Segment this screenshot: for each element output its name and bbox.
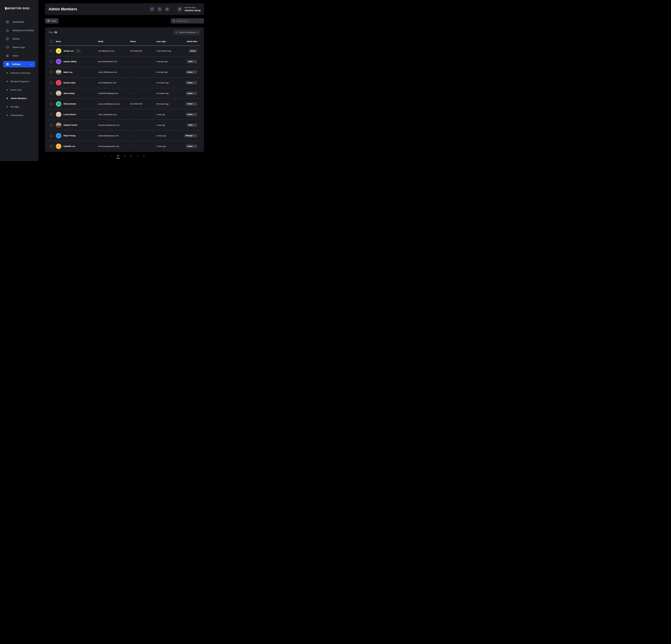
- row-checkbox[interactable]: [50, 134, 52, 137]
- bullet-icon: [7, 106, 8, 107]
- avatar: N: [56, 133, 61, 139]
- search-input[interactable]: [176, 20, 202, 22]
- sidebar-nav: Dashboard Suspicious Activities Events A…: [0, 18, 38, 119]
- row-checkbox[interactable]: [50, 71, 52, 73]
- table-row: J Jehak Lee Me user1@spresto.com 010-916…: [48, 46, 201, 56]
- member-name: Emma Clark: [63, 81, 76, 84]
- member-phone: 010-2556-8754: [130, 103, 156, 105]
- table-body: J Jehak Lee Me user1@spresto.com 010-916…: [48, 46, 201, 152]
- sort-dropdown[interactable]: Joined At (Newest): [174, 30, 201, 35]
- sidebar-item-dashboard[interactable]: Dashboard: [0, 18, 38, 26]
- row-checkbox[interactable]: [50, 60, 52, 63]
- avatar: [56, 123, 61, 128]
- member-last-login: 2 hours ago: [156, 145, 182, 147]
- role-dropdown[interactable]: Edior: [187, 60, 197, 63]
- member-phone: -: [130, 114, 156, 116]
- member-name: Sophia Turner: [63, 124, 77, 126]
- row-checkbox[interactable]: [50, 124, 52, 126]
- role-chevron-icon: [194, 82, 195, 83]
- role-label: Edior: [188, 61, 193, 63]
- sidebar-item-settings[interactable]: Settings: [3, 61, 35, 67]
- role-dropdown[interactable]: Manager: [184, 134, 197, 138]
- row-checkbox[interactable]: [50, 92, 52, 94]
- user-menu[interactable]: Welcome Back Jasmine Jeong: [177, 6, 201, 12]
- sidebar-item-events[interactable]: Events: [0, 35, 38, 43]
- page-button-2[interactable]: 2: [123, 155, 126, 158]
- sidebar-subitem-label: Organization: [11, 114, 23, 116]
- member-name: Hames White: [63, 60, 76, 63]
- role-dropdown[interactable]: Viewer: [186, 144, 197, 148]
- role-chevron-icon: [194, 61, 195, 62]
- role-label: Viewer: [187, 114, 193, 115]
- bullet-icon: [7, 81, 8, 82]
- sidebar-subitem-organization[interactable]: Organization: [0, 111, 38, 119]
- member-phone: -: [130, 71, 156, 73]
- role-dropdown[interactable]: Owner: [189, 49, 197, 53]
- avatar: I: [56, 144, 61, 149]
- dashboard-icon: [6, 21, 9, 24]
- first-page-button[interactable]: «: [104, 154, 107, 158]
- member-email: lisa.johnson@spresto.com: [98, 124, 130, 126]
- sidebar-subitem-blocked-programs[interactable]: Blocked Programs: [0, 77, 38, 86]
- sidebar-item-label: Events: [12, 38, 20, 40]
- role-dropdown[interactable]: Viewer: [186, 102, 197, 106]
- prev-page-button[interactable]: ‹: [110, 154, 113, 158]
- header-divider: [173, 7, 174, 12]
- sidebar-subitem-my-page[interactable]: My Page: [0, 103, 38, 111]
- table-row: Lucas Harris mike_01@spresto.com - 1 hou…: [48, 109, 201, 120]
- next-page-button[interactable]: ›: [136, 154, 139, 158]
- role-dropdown[interactable]: Viewer: [186, 70, 197, 74]
- role-label: Owner: [188, 92, 193, 94]
- role-chevron-icon: [194, 145, 195, 147]
- table-row: H Hames White jane.doe@spresto.com - 4 m…: [48, 56, 201, 67]
- member-last-login: 1 hour ago: [156, 114, 182, 116]
- role-dropdown[interactable]: Viewer: [186, 81, 197, 85]
- member-phone: 010-9168-1812: [130, 50, 156, 52]
- last-page-button[interactable]: »: [142, 154, 145, 158]
- sidebar-item-users[interactable]: Users: [0, 52, 38, 60]
- sidebar-subitem-admin-members[interactable]: Admin Members: [0, 94, 38, 103]
- table-row: I Isabella Lee chris.brown@spresto.com -…: [48, 141, 201, 152]
- users-icon: [6, 54, 9, 57]
- member-phone: -: [130, 61, 156, 63]
- member-last-login: 2 hours ago: [156, 135, 182, 137]
- member-email: mark_88@spresto.com: [98, 71, 130, 73]
- app-logo-text: MONITOR DOG: [7, 7, 30, 10]
- headset-icon: [166, 8, 168, 11]
- info-button[interactable]: [157, 6, 162, 12]
- invite-button[interactable]: Invite: [45, 18, 59, 24]
- settings-subnav: Detection Scenarios Blocked Programs Eve…: [0, 69, 38, 119]
- avatar: O: [56, 101, 61, 107]
- member-name: Lucas Harris: [63, 113, 76, 116]
- sidebar-item-admin-logs[interactable]: Admin Logs: [0, 43, 38, 52]
- row-checkbox[interactable]: [50, 145, 52, 147]
- role-dropdown[interactable]: Viewer: [186, 113, 197, 116]
- user-name: Jasmine Jeong: [185, 9, 201, 12]
- sidebar-subitem-event-lock[interactable]: Event Lock: [0, 86, 38, 94]
- sidebar-item-suspicious-activities[interactable]: Suspicious Activities: [0, 26, 38, 35]
- sidebar-item-label: Admin Logs: [12, 46, 25, 49]
- bullet-icon: [7, 89, 8, 90]
- role-dropdown[interactable]: Edior: [187, 123, 197, 127]
- member-phone: -: [130, 124, 156, 126]
- select-all-checkbox[interactable]: [50, 40, 52, 43]
- member-last-login: 12 minutes ago: [156, 82, 182, 84]
- avatar: E: [56, 80, 61, 86]
- sidebar-subitem-detection-scenarios[interactable]: Detection Scenarios: [0, 69, 38, 77]
- row-checkbox[interactable]: [50, 113, 52, 116]
- row-checkbox[interactable]: [50, 81, 52, 84]
- chevron-up-icon: [30, 63, 33, 65]
- role-chevron-icon: [194, 92, 195, 94]
- table-row: O Olivia Brown susan.smith@spresto.com 0…: [48, 99, 201, 109]
- column-header-admin-role: Admin Role: [182, 40, 201, 42]
- sidebar-subitem-label: Admin Members: [11, 97, 27, 100]
- page-button-1[interactable]: 1: [117, 155, 119, 158]
- member-email: user1@spresto.com: [98, 50, 130, 52]
- page-button-3[interactable]: 3: [129, 155, 132, 158]
- role-dropdown[interactable]: Owner: [186, 91, 197, 95]
- row-checkbox[interactable]: [50, 103, 52, 105]
- support-button[interactable]: [164, 6, 170, 12]
- row-checkbox[interactable]: [50, 50, 52, 52]
- member-name: Noah Young: [63, 134, 76, 137]
- notifications-button[interactable]: [149, 6, 155, 12]
